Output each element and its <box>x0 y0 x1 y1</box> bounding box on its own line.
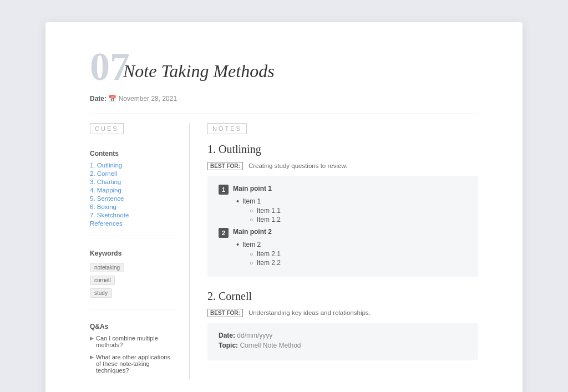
cornell-field-topic: Topic: Cornell Note Method <box>219 342 467 349</box>
best-for-label: BEST FOR: <box>207 162 243 170</box>
keyword-tag[interactable]: study <box>90 288 112 298</box>
cues-column: CUES Contents 1. Outlining 2. Cornell 3.… <box>90 123 190 379</box>
keyword-tag[interactable]: notetaking <box>90 263 124 272</box>
cornell-section: 2. Cornell BEST FOR: Understanding key i… <box>207 290 478 360</box>
date-label: Date: <box>90 95 106 103</box>
notes-column: NOTES 1. Outlining BEST FOR: Creating st… <box>207 123 478 379</box>
qas-title: Q&As <box>90 323 176 330</box>
item-level1: Item 2 <box>236 240 467 249</box>
best-for-line-cornell: BEST FOR: Understanding key ideas and re… <box>207 307 478 317</box>
cornell-date-label: Date: <box>219 332 235 339</box>
contents-item[interactable]: 2. Cornell <box>90 170 176 177</box>
notes-header: NOTES <box>207 123 247 134</box>
outlining-title: 1. Outlining <box>207 143 478 156</box>
item-level1: Item 1 <box>236 197 467 206</box>
contents-item[interactable]: 1. Outlining <box>90 162 176 169</box>
page-title: Note Taking Methods <box>123 61 275 82</box>
contents-item[interactable]: 5. Sentence <box>90 195 176 202</box>
item-level2: Item 1.2 <box>250 216 467 223</box>
contents-title: Contents <box>90 150 176 157</box>
qa-text: Can I combine multiple methods? <box>96 335 176 348</box>
keyword-tag[interactable]: cornell <box>90 276 115 285</box>
cornell-field-date: Date: dd/mm/yyyy <box>219 332 467 339</box>
page-container: 07 Note Taking Methods Date: 📅 November … <box>45 22 523 392</box>
outlining-section: 1. Outlining BEST FOR: Creating study qu… <box>207 143 478 277</box>
contents-list: 1. Outlining 2. Cornell 3. Charting 4. M… <box>90 162 176 227</box>
main-point-number: 2 <box>219 228 229 238</box>
two-column-layout: CUES Contents 1. Outlining 2. Cornell 3.… <box>90 114 478 379</box>
best-for-line: BEST FOR: Creating study questions to re… <box>207 160 478 170</box>
qa-text: What are other applications of these not… <box>96 354 176 374</box>
contents-item[interactable]: 6. Boxing <box>90 203 176 210</box>
qa-arrow-icon: ▶ <box>90 335 94 348</box>
keywords-section: Keywords notetaking cornell study <box>90 236 176 300</box>
cornell-topic-label: Topic: <box>219 342 238 349</box>
item-level2: Item 2.2 <box>250 259 467 267</box>
qa-item: ▶ What are other applications of these n… <box>90 354 176 374</box>
item-level2: Item 2.1 <box>250 250 467 258</box>
contents-item[interactable]: 7. Sketchnote <box>90 212 176 218</box>
contents-item[interactable]: 3. Charting <box>90 179 176 185</box>
date-line: Date: 📅 November 28, 2021 <box>90 95 478 103</box>
date-icon: 📅 <box>108 95 118 103</box>
date-value: November 28, 2021 <box>119 95 177 103</box>
qas-section: Q&As ▶ Can I combine multiple methods? ▶… <box>90 309 176 374</box>
main-point-1: 1 Main point 1 <box>219 185 467 195</box>
keywords-title: Keywords <box>90 250 176 257</box>
cornell-date-value: dd/mm/yyyy <box>237 332 272 339</box>
contents-item[interactable]: 4. Mapping <box>90 187 176 194</box>
qa-arrow-icon: ▶ <box>90 354 94 374</box>
header-title-row: 07 Note Taking Methods <box>90 55 478 82</box>
contents-item[interactable]: References <box>90 220 176 227</box>
qa-item: ▶ Can I combine multiple methods? <box>90 335 176 348</box>
main-point-label: Main point 1 <box>233 185 272 192</box>
best-for-text-cornell: Understanding key ideas and relationship… <box>248 309 371 316</box>
item-level2: Item 1.1 <box>250 207 467 215</box>
best-for-text: Creating study questions to review. <box>248 162 347 169</box>
main-point-number: 1 <box>219 185 229 195</box>
outlining-box: 1 Main point 1 Item 1 Item 1.1 Item 1.2 <box>207 176 478 277</box>
cornell-box: Date: dd/mm/yyyy Topic: Cornell Note Met… <box>207 323 478 360</box>
main-point-label: Main point 2 <box>233 228 272 236</box>
best-for-label-cornell: BEST FOR: <box>207 309 243 317</box>
cornell-topic-value: Cornell Note Method <box>240 342 301 349</box>
cues-header: CUES <box>90 123 124 134</box>
main-point-2: 2 Main point 2 <box>219 228 467 238</box>
cornell-title: 2. Cornell <box>207 290 478 303</box>
